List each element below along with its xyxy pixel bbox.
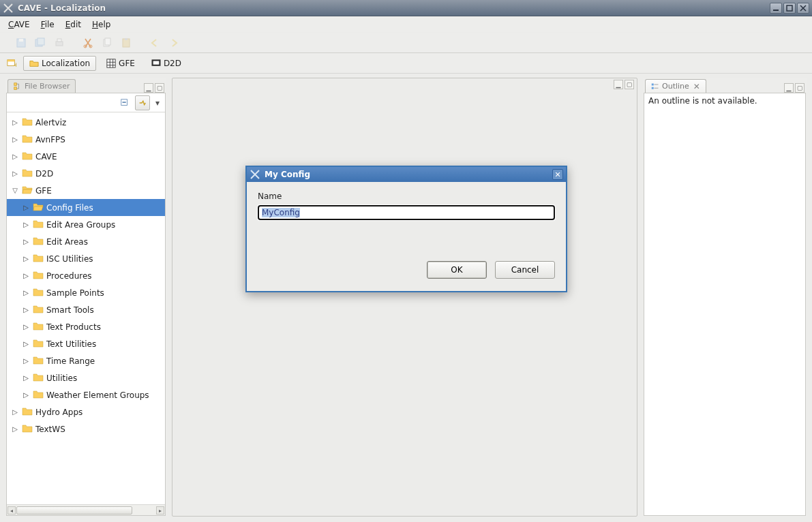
back-icon[interactable] xyxy=(147,35,162,50)
expand-arrow-icon[interactable] xyxy=(22,289,30,296)
expand-arrow-icon[interactable] xyxy=(11,136,19,143)
copy-icon[interactable] xyxy=(100,35,115,50)
paste-icon[interactable] xyxy=(119,35,134,50)
window-titlebar: CAVE - Localization xyxy=(0,0,812,16)
tree-item[interactable]: TextWS xyxy=(7,420,165,437)
folder-icon xyxy=(22,168,33,179)
folder-icon xyxy=(29,59,39,68)
folder-icon xyxy=(33,304,44,316)
tree-item[interactable]: Smart Tools xyxy=(7,301,165,318)
ok-button[interactable]: OK xyxy=(427,261,487,279)
expand-arrow-icon[interactable] xyxy=(11,170,19,177)
outline-tab[interactable]: Outline ✕ xyxy=(645,79,706,93)
tree-item[interactable]: Weather Element Groups xyxy=(7,386,165,403)
menu-help[interactable]: Help xyxy=(88,18,115,31)
view-minimize-icon[interactable]: ▁ xyxy=(144,83,153,93)
svg-rect-5 xyxy=(37,38,44,45)
expand-arrow-icon[interactable] xyxy=(11,119,19,126)
workspace: File Browser ▁ ▢ ▾ AlertvizAvnFPSCAVED2D… xyxy=(0,74,812,522)
perspective-label: D2D xyxy=(164,59,181,68)
tree-item-label: Text Products xyxy=(46,322,101,332)
tree-item[interactable]: D2D xyxy=(7,165,165,182)
tree-item-label: Procedures xyxy=(46,271,92,281)
perspective-d2d[interactable]: D2D xyxy=(145,56,187,71)
tree-item-label: Smart Tools xyxy=(46,305,94,315)
svg-text:+: + xyxy=(14,61,16,68)
link-editor-icon[interactable] xyxy=(135,95,150,110)
print-icon[interactable] xyxy=(52,35,67,50)
expand-arrow-icon[interactable] xyxy=(22,255,30,262)
menu-cave[interactable]: CAVE xyxy=(4,18,34,31)
dialog-name-label: Name xyxy=(258,191,555,201)
window-maximize-button[interactable] xyxy=(783,3,796,14)
expand-arrow-icon[interactable] xyxy=(22,221,30,228)
scroll-left-icon[interactable]: ◂ xyxy=(7,506,16,515)
tree-item[interactable]: Text Products xyxy=(7,318,165,335)
svg-rect-11 xyxy=(105,38,110,45)
tree-item[interactable]: AvnFPS xyxy=(7,131,165,148)
expand-arrow-icon[interactable] xyxy=(22,391,30,399)
tree-item[interactable]: Time Range xyxy=(7,352,165,369)
tree-item[interactable]: Text Utilities xyxy=(7,335,165,352)
tree-item[interactable]: Alertviz xyxy=(7,114,165,131)
expand-arrow-icon[interactable] xyxy=(22,374,30,382)
expand-arrow-icon[interactable] xyxy=(11,187,19,194)
file-browser-tree[interactable]: AlertvizAvnFPSCAVED2DGFEConfig FilesEdit… xyxy=(7,112,165,504)
folder-icon xyxy=(33,202,44,213)
open-perspective-icon[interactable]: + xyxy=(4,56,19,71)
save-icon[interactable] xyxy=(14,35,29,50)
expand-arrow-icon[interactable] xyxy=(11,425,19,433)
tree-item[interactable]: Hydro Apps xyxy=(7,403,165,420)
dialog-close-button[interactable]: ✕ xyxy=(552,169,563,180)
tree-item[interactable]: Procedures xyxy=(7,267,165,284)
tree-item[interactable]: CAVE xyxy=(7,148,165,165)
window-close-button[interactable] xyxy=(797,3,809,14)
scroll-right-icon[interactable]: ▸ xyxy=(156,506,164,515)
editor-minimize-icon[interactable]: ▁ xyxy=(614,80,623,89)
horizontal-scrollbar[interactable]: ◂ ▸ xyxy=(7,504,165,515)
dialog-titlebar[interactable]: My Config ✕ xyxy=(247,167,566,182)
expand-arrow-icon[interactable] xyxy=(22,272,30,279)
window-minimize-button[interactable] xyxy=(770,3,782,14)
dialog-name-input[interactable] xyxy=(258,205,555,220)
expand-arrow-icon[interactable] xyxy=(22,306,30,313)
expand-arrow-icon[interactable] xyxy=(11,153,19,160)
collapse-all-icon[interactable] xyxy=(117,95,132,110)
dialog-title: My Config xyxy=(265,170,552,179)
close-icon[interactable]: ✕ xyxy=(693,82,700,91)
view-maximize-icon[interactable]: ▢ xyxy=(795,83,805,93)
tree-item[interactable]: Config Files xyxy=(7,199,165,216)
expand-arrow-icon[interactable] xyxy=(22,204,30,211)
app-x-icon xyxy=(3,3,14,14)
forward-icon[interactable] xyxy=(166,35,181,50)
cancel-button[interactable]: Cancel xyxy=(495,261,555,279)
tree-item-label: AvnFPS xyxy=(35,135,65,144)
tree-item[interactable]: Sample Points xyxy=(7,284,165,301)
folder-icon xyxy=(33,355,44,367)
cut-icon[interactable] xyxy=(80,35,95,50)
menu-file[interactable]: File xyxy=(37,18,59,31)
file-browser-tab[interactable]: File Browser xyxy=(7,79,76,93)
expand-arrow-icon[interactable] xyxy=(11,408,19,416)
tree-item[interactable]: Edit Area Groups xyxy=(7,216,165,233)
view-menu-chevron-down-icon[interactable]: ▾ xyxy=(153,95,162,110)
tree-item[interactable]: Utilities xyxy=(7,369,165,386)
tree-item-label: Text Utilities xyxy=(46,339,96,349)
tree-item[interactable]: GFE xyxy=(7,182,165,199)
expand-arrow-icon[interactable] xyxy=(22,238,30,245)
menu-edit[interactable]: Edit xyxy=(61,18,85,31)
tree-item[interactable]: ISC Utilities xyxy=(7,250,165,267)
save-all-icon[interactable] xyxy=(33,35,48,50)
expand-arrow-icon[interactable] xyxy=(22,323,30,331)
editor-maximize-icon[interactable]: ▢ xyxy=(625,80,634,89)
view-maximize-icon[interactable]: ▢ xyxy=(155,83,164,93)
expand-arrow-icon[interactable] xyxy=(22,357,30,365)
tree-item[interactable]: Edit Areas xyxy=(7,233,165,250)
scroll-thumb[interactable] xyxy=(16,506,132,515)
view-minimize-icon[interactable]: ▁ xyxy=(784,83,794,93)
tree-icon xyxy=(14,82,22,91)
perspective-localization[interactable]: Localization xyxy=(23,56,96,71)
perspective-gfe[interactable]: GFE xyxy=(100,56,141,71)
expand-arrow-icon[interactable] xyxy=(22,340,30,348)
outline-empty-message: An outline is not available. xyxy=(644,93,805,108)
